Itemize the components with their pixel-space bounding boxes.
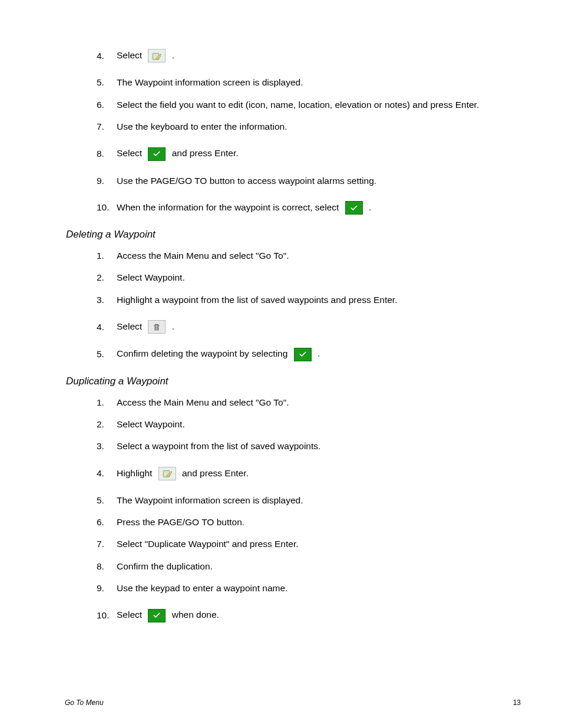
step-number: 6. bbox=[97, 515, 117, 529]
step-text: Select a waypoint from the list of saved… bbox=[117, 441, 320, 451]
step-body: Select Waypoint. bbox=[117, 417, 185, 431]
step-body: Confirm the duplication. bbox=[117, 559, 213, 573]
step-text: When the information for the waypoint is… bbox=[117, 202, 342, 212]
step-text: Confirm the duplication. bbox=[117, 561, 213, 571]
step-number: 2. bbox=[97, 271, 117, 284]
step-number: 5. bbox=[97, 493, 117, 507]
edit-waypoint-icon bbox=[148, 49, 166, 62]
list-item: 5.The Waypoint information screen is dis… bbox=[97, 493, 521, 507]
list-item: 6.Select the field you want to edit (ico… bbox=[97, 98, 521, 111]
list-item: 2.Select Waypoint. bbox=[97, 271, 521, 284]
step-number: 4. bbox=[97, 320, 117, 334]
step-text: Use the PAGE/GO TO button to access wayp… bbox=[117, 176, 376, 186]
step-body: Select . bbox=[117, 319, 174, 334]
step-number: 6. bbox=[97, 98, 117, 111]
step-text: Access the Main Menu and select "Go To". bbox=[117, 397, 289, 407]
step-number: 7. bbox=[97, 537, 117, 551]
section-heading: Deleting a Waypoint bbox=[66, 229, 521, 241]
check-icon bbox=[148, 147, 166, 161]
step-body: The Waypoint information screen is displ… bbox=[117, 75, 303, 89]
step-text: Use the keyboard to enter the informatio… bbox=[117, 121, 287, 131]
page-content: 4.Select .5.The Waypoint information scr… bbox=[0, 0, 562, 622]
page-footer: Go To Menu 13 bbox=[65, 699, 521, 707]
step-text: Select Waypoint. bbox=[117, 272, 185, 282]
list-item: 2.Select Waypoint. bbox=[97, 417, 521, 431]
step-number: 4. bbox=[97, 49, 117, 62]
step-number: 9. bbox=[97, 581, 117, 595]
list-item: 4.Highlight and press Enter. bbox=[97, 466, 521, 480]
step-number: 1. bbox=[97, 249, 117, 262]
edit-waypoint-icon bbox=[158, 467, 176, 480]
step-body: Press the PAGE/GO TO button. bbox=[117, 515, 244, 529]
step-text: . bbox=[169, 50, 174, 60]
list-item: 8.Confirm the duplication. bbox=[97, 559, 521, 573]
list-item: 3.Highlight a waypoint from the list of … bbox=[97, 293, 521, 307]
step-body: Select and press Enter. bbox=[117, 146, 239, 160]
step-text: Access the Main Menu and select "Go To". bbox=[117, 251, 289, 261]
list-item: 8.Select and press Enter. bbox=[97, 146, 521, 160]
step-text: . bbox=[169, 321, 174, 331]
step-body: Use the PAGE/GO TO button to access wayp… bbox=[117, 174, 376, 187]
step-body: Select when done. bbox=[117, 608, 219, 622]
list-item: 3.Select a waypoint from the list of sav… bbox=[97, 439, 521, 453]
step-list: 1.Access the Main Menu and select "Go To… bbox=[65, 249, 521, 361]
step-number: 3. bbox=[97, 293, 117, 307]
step-body: Select a waypoint from the list of saved… bbox=[117, 439, 320, 453]
step-number: 5. bbox=[97, 75, 117, 89]
step-text: . bbox=[315, 348, 320, 358]
step-number: 1. bbox=[97, 396, 117, 409]
step-body: Highlight a waypoint from the list of sa… bbox=[117, 293, 397, 307]
list-item: 5.The Waypoint information screen is dis… bbox=[97, 75, 521, 89]
step-list: 1.Access the Main Menu and select "Go To… bbox=[65, 396, 521, 622]
footer-section-name: Go To Menu bbox=[65, 699, 104, 707]
step-number: 8. bbox=[97, 559, 117, 573]
list-item: 10.When the information for the waypoint… bbox=[97, 200, 521, 215]
step-number: 2. bbox=[97, 417, 117, 431]
list-item: 1.Access the Main Menu and select "Go To… bbox=[97, 396, 521, 409]
step-body: Use the keyboard to enter the informatio… bbox=[117, 120, 287, 133]
step-text: Select the field you want to edit (icon,… bbox=[117, 100, 479, 110]
step-text: . bbox=[366, 202, 372, 212]
step-text: Highlight bbox=[117, 468, 155, 478]
step-number: 7. bbox=[97, 120, 117, 133]
step-number: 10. bbox=[97, 200, 117, 214]
step-body: Select "Duplicate Waypoint" and press En… bbox=[117, 537, 299, 551]
list-item: 6.Press the PAGE/GO TO button. bbox=[97, 515, 521, 529]
step-number: 9. bbox=[97, 174, 117, 187]
step-body: Access the Main Menu and select "Go To". bbox=[117, 249, 289, 262]
check-icon bbox=[148, 609, 166, 622]
step-body: The Waypoint information screen is displ… bbox=[117, 493, 303, 507]
list-item: 1.Access the Main Menu and select "Go To… bbox=[97, 249, 521, 262]
step-body: Select . bbox=[117, 48, 174, 62]
step-body: Select Waypoint. bbox=[117, 271, 185, 284]
step-body: Use the keypad to enter a waypoint name. bbox=[117, 581, 287, 595]
step-text: Confirm deleting the waypoint by selecti… bbox=[117, 348, 290, 358]
list-item: 4.Select . bbox=[97, 48, 521, 62]
step-number: 3. bbox=[97, 439, 117, 453]
list-item: 10.Select when done. bbox=[97, 608, 521, 622]
step-text: when done. bbox=[169, 610, 219, 620]
check-icon bbox=[294, 348, 312, 361]
step-text: Press the PAGE/GO TO button. bbox=[117, 517, 244, 527]
list-item: 4.Select . bbox=[97, 319, 521, 334]
step-body: Access the Main Menu and select "Go To". bbox=[117, 396, 289, 409]
step-text: Use the keypad to enter a waypoint name. bbox=[117, 583, 287, 593]
step-text: Highlight a waypoint from the list of sa… bbox=[117, 295, 397, 305]
step-body: Highlight and press Enter. bbox=[117, 466, 249, 480]
list-item: 9.Use the keypad to enter a waypoint nam… bbox=[97, 581, 521, 595]
step-text: The Waypoint information screen is displ… bbox=[117, 77, 303, 87]
footer-page-number: 13 bbox=[513, 699, 521, 707]
list-item: 9.Use the PAGE/GO TO button to access wa… bbox=[97, 174, 521, 187]
step-body: When the information for the waypoint is… bbox=[117, 200, 371, 215]
step-text: Select bbox=[117, 610, 144, 620]
check-icon bbox=[345, 201, 363, 215]
section-heading: Duplicating a Waypoint bbox=[66, 375, 521, 387]
step-text: Select bbox=[117, 321, 144, 331]
step-number: 5. bbox=[97, 347, 117, 361]
step-text: Select "Duplicate Waypoint" and press En… bbox=[117, 539, 299, 549]
step-text: The Waypoint information screen is displ… bbox=[117, 495, 303, 505]
step-body: Select the field you want to edit (icon,… bbox=[117, 98, 479, 111]
list-item: 7.Select "Duplicate Waypoint" and press … bbox=[97, 537, 521, 551]
trash-icon bbox=[148, 320, 166, 334]
list-item: 5.Confirm deleting the waypoint by selec… bbox=[97, 347, 521, 361]
